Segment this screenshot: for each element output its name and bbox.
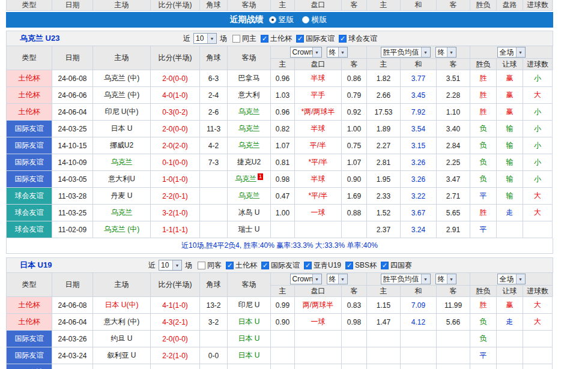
recent-count-select[interactable]: 10▼ — [193, 33, 217, 44]
eu-away-odds: 2.71 — [437, 188, 470, 205]
filter-checkbox[interactable] — [232, 35, 240, 43]
away-team-cell[interactable]: 乌克兰 — [228, 121, 271, 137]
score-cell[interactable]: 3-2(1-0) — [151, 205, 200, 221]
score-cell[interactable]: 2-0(0-0) — [151, 331, 200, 347]
handicap-cell: *平/半 — [295, 154, 342, 171]
away-team-cell[interactable]: 乌克兰 — [228, 188, 271, 205]
filter-checkbox[interactable] — [381, 262, 389, 269]
filter-item[interactable]: 土伦杯 — [261, 34, 292, 44]
score-cell[interactable]: 1-1(1-1) — [151, 221, 200, 238]
filter-checkbox[interactable] — [304, 262, 312, 269]
away-team-cell[interactable]: 瑞士 U — [228, 221, 271, 238]
home-team-cell[interactable]: 乌克兰 (中) — [93, 87, 151, 104]
away-team-cell[interactable]: 乌克兰 — [228, 104, 271, 121]
home-team-cell[interactable]: 印尼 U(中) — [93, 104, 151, 121]
odds-time-select[interactable]: 终▼ — [327, 47, 348, 58]
away-team-cell[interactable]: 日本 U — [228, 314, 271, 331]
home-team-cell[interactable]: 挪威U2 — [93, 137, 151, 154]
away-team-cell[interactable]: 巴拿马 — [228, 70, 271, 87]
away-team-cell[interactable]: 印尼 U — [228, 297, 271, 314]
filter-item[interactable]: 国际友谊 — [261, 260, 300, 271]
layout-radio[interactable] — [302, 16, 309, 23]
recent-count-select[interactable]: 10▼ — [159, 260, 182, 271]
filter-checkbox[interactable] — [345, 262, 353, 269]
score-cell[interactable]: 2-0(2-0) — [151, 137, 200, 154]
filter-checkbox[interactable] — [226, 262, 234, 269]
away-team-cell[interactable]: 日本 U — [228, 347, 271, 364]
filter-item[interactable]: SBS杯 — [345, 260, 377, 271]
bookmaker-select[interactable]: Crown▼ — [290, 274, 322, 284]
team-name-text: 巴拿马 — [238, 73, 260, 83]
corner-cell: 0-0 — [200, 347, 228, 364]
filter-item[interactable]: 土伦杯 — [226, 260, 257, 271]
score-cell[interactable]: 4-0(1-0) — [151, 87, 200, 104]
eu-home-odds: 2.27 — [367, 137, 401, 154]
filter-checkbox[interactable] — [198, 262, 205, 269]
layout-radio-label[interactable]: 竖版 — [279, 14, 294, 25]
home-team-cell[interactable]: 意大利 (中) — [93, 314, 151, 331]
team-name-text: 日本 U — [238, 334, 260, 344]
score-cell[interactable]: 4-1(1-0) — [151, 297, 200, 314]
layout-radio-label[interactable]: 横版 — [312, 14, 327, 25]
filter-item[interactable]: 亚青U19 — [304, 260, 341, 271]
home-team-cell[interactable]: 约旦 U — [93, 331, 151, 347]
away-team-cell[interactable]: 捷克U2 — [228, 154, 271, 171]
away-team-cell[interactable]: 意大利 — [228, 87, 271, 104]
score-cell[interactable]: 2-0(0-0) — [151, 70, 200, 87]
section-title-row: 乌克兰 U23近10▼场同主土伦杯国际友谊球会友谊 — [6, 31, 553, 46]
eu-away-odds: 2.28 — [437, 87, 470, 104]
home-team-cell[interactable]: 叙利亚 U — [93, 347, 151, 364]
column-header: 客 — [437, 59, 470, 70]
home-team-cell[interactable]: 丹麦 U — [93, 188, 151, 205]
scope-select[interactable]: 全场▼ — [497, 47, 526, 58]
europe-odds-select[interactable]: 胜平负均值▼ — [381, 47, 431, 58]
section-title-row: 日本 U19近10▼场同客土伦杯国际友谊亚青U19SBS杯四国赛 — [6, 257, 553, 272]
eu-away-odds: 2.25 — [437, 154, 470, 171]
column-header: 盘口 — [295, 0, 342, 11]
score-cell[interactable]: 1-0(1-0) — [151, 171, 200, 188]
bookmaker-select[interactable]: Crown▼ — [290, 47, 322, 58]
odds-time-select[interactable]: 终▼ — [327, 274, 348, 284]
home-team-cell[interactable]: 乌克兰 — [93, 154, 151, 171]
filter-checkbox[interactable] — [296, 35, 304, 43]
handicap-cell: 半球 — [295, 171, 342, 188]
handicap-result-cell: 输 — [497, 188, 523, 205]
score-cell[interactable]: 2-0(0-0) — [151, 121, 200, 137]
away-team-cell[interactable]: 冰岛 U — [228, 205, 271, 221]
layout-radio[interactable] — [269, 16, 276, 23]
column-header: 让球 — [497, 286, 523, 297]
score-cell[interactable]: 0-1(0-0) — [151, 154, 200, 171]
home-team-cell[interactable]: 日本 U — [93, 121, 151, 137]
away-team-cell[interactable]: 乌克兰1 — [228, 171, 271, 188]
europe-time-select[interactable]: 终▼ — [435, 47, 456, 58]
filter-item[interactable]: 同主 — [232, 34, 256, 44]
filter-item[interactable]: 同客 — [198, 260, 222, 271]
score-cell[interactable]: 2-2(1-0) — [151, 347, 200, 364]
home-team-cell[interactable]: 意大利U — [93, 171, 151, 188]
goals-result-cell: 小 — [523, 154, 553, 171]
score-cell[interactable]: 0-3(0-2) — [151, 104, 200, 121]
score-cell[interactable]: 2-2(0-1) — [151, 188, 200, 205]
home-team-cell[interactable]: 乌克兰 (中) — [93, 221, 151, 238]
home-team-cell[interactable] — [93, 364, 151, 369]
layout-options: 竖版横版 — [264, 14, 330, 25]
filter-item[interactable]: 国际友谊 — [296, 34, 335, 44]
europe-time-select[interactable]: 终▼ — [435, 274, 456, 284]
score-cell[interactable]: 4-3(2-1) — [151, 314, 200, 331]
filter-checkbox[interactable] — [261, 262, 269, 269]
filter-checkbox[interactable] — [261, 35, 268, 43]
home-team-cell[interactable]: 日本 U(中) — [93, 297, 151, 314]
eu-away-odds: 3.40 — [437, 121, 470, 137]
home-team-cell[interactable]: 乌克兰 — [93, 205, 151, 221]
away-team-cell[interactable]: 乌克兰 — [228, 137, 271, 154]
filter-checkbox[interactable] — [339, 35, 347, 43]
home-team-cell[interactable]: 乌克兰 (中) — [93, 70, 151, 87]
away-team-cell[interactable]: 日本 U — [228, 331, 271, 347]
filter-item[interactable]: 球会友谊 — [339, 34, 377, 44]
column-header: 角球 — [200, 0, 228, 11]
scope-select[interactable]: 全场▼ — [497, 274, 526, 284]
filter-item[interactable]: 四国赛 — [381, 260, 412, 271]
score-cell[interactable] — [151, 364, 200, 369]
away-team-cell[interactable] — [228, 364, 271, 369]
europe-odds-select[interactable]: 胜平负均值▼ — [381, 274, 431, 284]
